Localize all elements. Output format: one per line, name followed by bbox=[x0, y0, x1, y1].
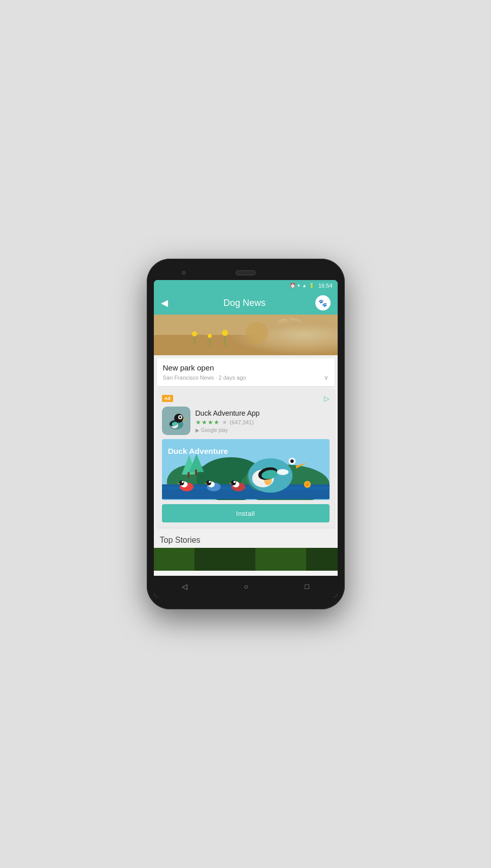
svg-rect-61 bbox=[154, 548, 194, 571]
svg-rect-62 bbox=[194, 553, 225, 571]
app-info-row[interactable]: Duck Adventure App ★★★★ ★ (647,341) ▶ Go… bbox=[162, 407, 330, 435]
svg-point-44 bbox=[179, 480, 184, 485]
svg-point-37 bbox=[290, 459, 293, 463]
nav-bar: ◁ ○ □ bbox=[154, 576, 338, 597]
nav-back-button[interactable]: ◁ bbox=[182, 582, 187, 591]
app-bar-paw-icon[interactable]: 🐾 bbox=[315, 295, 331, 311]
news-time: 2 days ago bbox=[219, 375, 246, 381]
svg-point-2 bbox=[273, 318, 309, 347]
phone-camera bbox=[182, 271, 186, 275]
install-button[interactable]: Install bbox=[162, 504, 330, 522]
app-title: Dog News bbox=[174, 298, 315, 308]
svg-rect-30 bbox=[195, 470, 197, 476]
phone-speaker bbox=[236, 270, 256, 275]
back-button[interactable]: ◀ bbox=[161, 297, 168, 308]
ad-header: Ad ▷ bbox=[162, 394, 330, 402]
star-rating: ★★★★ bbox=[195, 419, 220, 426]
svg-point-4 bbox=[277, 319, 289, 331]
content-area[interactable]: New park open San Francisco News · 2 day… bbox=[154, 315, 338, 571]
svg-point-50 bbox=[209, 481, 211, 483]
nav-home-button[interactable]: ○ bbox=[244, 582, 248, 591]
svg-point-8 bbox=[222, 330, 228, 336]
phone-top bbox=[154, 266, 338, 280]
app-rating: ★★★★ ★ (647,341) bbox=[195, 419, 330, 426]
news-card[interactable]: New park open San Francisco News · 2 day… bbox=[157, 358, 335, 386]
top-stories-header: Top Stories bbox=[154, 531, 338, 548]
svg-point-3 bbox=[276, 318, 296, 336]
ad-badge: Ad bbox=[162, 395, 173, 402]
news-meta: San Francisco News · 2 days ago ∨ bbox=[163, 374, 329, 381]
status-icons: ⏰ ▾ ▲ 🔋 16:54 bbox=[290, 283, 332, 289]
news-title: New park open bbox=[163, 363, 329, 372]
battery-icon: 🔋 bbox=[309, 283, 314, 288]
nav-recents-button[interactable]: □ bbox=[305, 582, 309, 591]
status-bar: ⏰ ▾ ▲ 🔋 16:54 bbox=[154, 280, 338, 291]
svg-point-41 bbox=[277, 469, 288, 475]
svg-rect-29 bbox=[187, 472, 189, 478]
svg-rect-0 bbox=[154, 315, 338, 355]
app-name: Duck Adventure App bbox=[195, 409, 330, 417]
svg-point-45 bbox=[181, 481, 183, 483]
svg-point-7 bbox=[208, 334, 212, 338]
news-separator: · bbox=[214, 375, 218, 381]
ad-info-icon[interactable]: ▷ bbox=[324, 394, 330, 402]
app-store: ▶ Google play bbox=[195, 427, 330, 433]
svg-point-55 bbox=[233, 481, 235, 483]
ad-section: Ad ▷ bbox=[157, 389, 335, 528]
app-details: Duck Adventure App ★★★★ ★ (647,341) ▶ Go… bbox=[195, 409, 330, 433]
svg-rect-1 bbox=[154, 335, 338, 355]
status-time: 16:54 bbox=[318, 283, 333, 289]
alarm-icon: ⏰ bbox=[290, 283, 296, 288]
app-icon bbox=[162, 407, 190, 435]
top-stories-image bbox=[154, 548, 338, 571]
news-source: San Francisco News bbox=[163, 375, 214, 381]
rating-count: (647,341) bbox=[230, 419, 254, 425]
svg-rect-63 bbox=[255, 548, 306, 571]
store-name: Google play bbox=[201, 427, 228, 433]
wifi-icon: ▾ bbox=[298, 283, 300, 288]
signal-icon: ▲ bbox=[302, 283, 307, 288]
expand-icon[interactable]: ∨ bbox=[324, 374, 329, 381]
half-star: ★ bbox=[222, 419, 228, 426]
svg-point-54 bbox=[231, 480, 236, 485]
phone-device: ⏰ ▾ ▲ 🔋 16:54 ◀ Dog News 🐾 bbox=[147, 259, 345, 609]
svg-point-17 bbox=[179, 416, 181, 418]
svg-point-6 bbox=[192, 331, 197, 336]
duck-adventure-banner[interactable]: Duck Adventure bbox=[162, 439, 330, 500]
svg-text:Duck Adventure: Duck Adventure bbox=[168, 447, 228, 455]
phone-screen: ⏰ ▾ ▲ 🔋 16:54 ◀ Dog News 🐾 bbox=[154, 280, 338, 597]
app-bar: ◀ Dog News 🐾 bbox=[154, 291, 338, 315]
top-stories-title: Top Stories bbox=[160, 536, 332, 545]
news-source-time: San Francisco News · 2 days ago bbox=[163, 375, 246, 381]
svg-point-49 bbox=[206, 480, 211, 485]
svg-point-5 bbox=[290, 321, 300, 331]
paw-emoji: 🐾 bbox=[318, 299, 327, 307]
hero-image bbox=[154, 315, 338, 355]
svg-point-58 bbox=[306, 483, 309, 486]
play-triangle: ▶ bbox=[195, 427, 200, 433]
